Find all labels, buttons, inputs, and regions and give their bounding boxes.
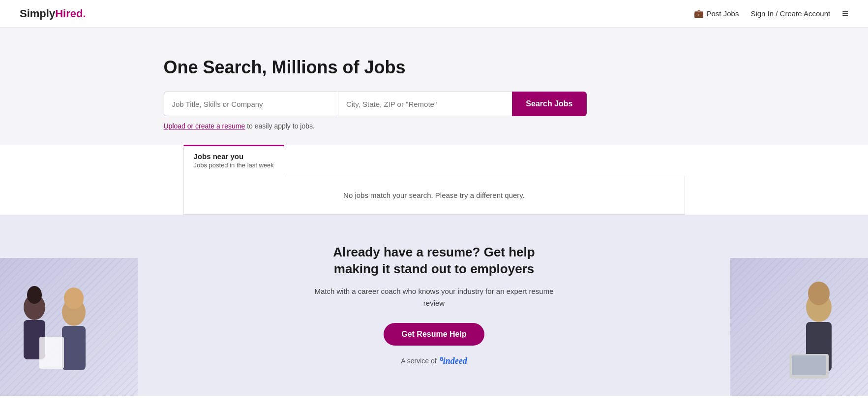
indeed-caret: ᵟ [440,356,443,366]
no-results-message: No jobs match your search. Please try a … [343,191,525,199]
svg-point-2 [27,286,42,304]
logo-simply: Simply [20,7,55,20]
search-jobs-button[interactable]: Search Jobs [512,92,586,116]
people-left-decoration [0,258,138,396]
content-area: Jobs near you Jobs posted in the last we… [0,145,868,215]
upload-resume-text: Upload or create a resume to easily appl… [164,122,705,130]
tab-subtitle: Jobs posted in the last week [194,161,274,169]
search-bar: Search Jobs [164,92,587,116]
header-nav: 💼 Post Jobs Sign In / Create Account ≡ [694,8,848,19]
tab-jobs-near-you[interactable]: Jobs near you Jobs posted in the last we… [183,145,284,176]
tabs: Jobs near you Jobs posted in the last we… [183,145,685,176]
get-resume-help-button[interactable]: Get Resume Help [384,323,484,346]
svg-point-10 [808,282,830,305]
hero-title: One Search, Millions of Jobs [164,57,705,78]
logo-hired: Hired [55,7,83,20]
svg-rect-12 [792,355,826,375]
no-results-box: No jobs match your search. Please try a … [183,176,685,215]
svg-rect-7 [39,337,64,369]
briefcase-icon: 💼 [694,9,704,18]
indeed-logo: ᵟindeed [440,355,467,366]
service-prefix: A service of [401,357,436,365]
people-left-svg [0,258,138,396]
resume-description: Match with a career coach who knows your… [311,286,557,309]
resume-title: Already have a resume? Get help making i… [311,244,557,278]
menu-icon[interactable]: ≡ [842,8,848,19]
resume-section: Already have a resume? Get help making i… [0,215,868,396]
tab-title: Jobs near you [194,152,274,160]
svg-rect-5 [62,326,86,370]
post-jobs-link[interactable]: 💼 Post Jobs [694,9,739,18]
main-wrapper: One Search, Millions of Jobs Search Jobs… [0,28,868,215]
indeed-service: A service of ᵟindeed [311,355,557,366]
people-right-svg [730,258,868,396]
job-search-input[interactable] [164,92,338,116]
upload-text-suffix: to easily apply to jobs. [247,122,315,130]
upload-resume-link[interactable]: Upload or create a resume [164,122,245,130]
hero-section: One Search, Millions of Jobs Search Jobs… [0,28,868,130]
header: SimplyHired. 💼 Post Jobs Sign In / Creat… [0,0,868,28]
post-jobs-label: Post Jobs [707,9,739,18]
svg-point-6 [64,287,84,309]
sign-in-link[interactable]: Sign In / Create Account [750,9,830,18]
people-right-decoration [730,258,868,396]
logo-dot: . [83,7,86,20]
location-search-input[interactable] [338,92,512,116]
logo[interactable]: SimplyHired. [20,7,86,20]
resume-content: Already have a resume? Get help making i… [311,244,557,366]
